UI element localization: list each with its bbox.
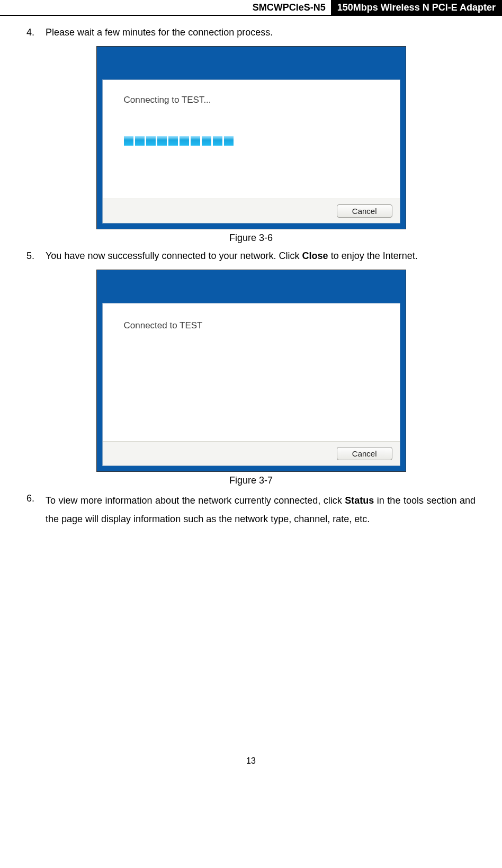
progress-bar (124, 136, 379, 146)
step-5-number: 5. (26, 249, 46, 263)
step-5-post: to enjoy the Internet. (328, 250, 418, 261)
step-5: 5. You have now successfully connected t… (26, 249, 476, 263)
connected-dialog: Connected to TEST Cancel (96, 270, 406, 472)
step-5-text: You have now successfully connected to y… (46, 249, 476, 263)
cancel-button[interactable]: Cancel (337, 204, 392, 218)
step-6: 6. To view more information about the ne… (26, 491, 476, 529)
figure-3-7-caption: Figure 3-7 (26, 475, 476, 486)
page-number: 13 (26, 756, 476, 766)
header-title: 150Mbps Wireless N PCI-E Adapter (331, 0, 502, 15)
figure-3-6-caption: Figure 3-6 (26, 232, 476, 244)
step-6-text: To view more information about the netwo… (46, 491, 476, 529)
step-6-pre: To view more information about the netwo… (46, 495, 345, 506)
step-4-text: Please wait a few minutes for the connec… (46, 25, 476, 40)
page-header: SMCWPCIeS-N5 150Mbps Wireless N PCI-E Ad… (0, 0, 502, 16)
step-5-bold: Close (302, 250, 328, 261)
connected-status-text: Connected to TEST (124, 320, 379, 331)
step-4-number: 4. (26, 25, 46, 40)
header-model: SMCWPCIeS-N5 (0, 0, 331, 15)
step-4: 4. Please wait a few minutes for the con… (26, 25, 476, 40)
step-6-bold: Status (345, 495, 374, 506)
cancel-button[interactable]: Cancel (337, 447, 392, 460)
connecting-dialog: Connecting to TEST... Cancel (96, 46, 406, 229)
step-5-pre: You have now successfully connected to y… (46, 250, 302, 261)
connecting-status-text: Connecting to TEST... (124, 95, 379, 105)
step-6-number: 6. (26, 491, 46, 529)
